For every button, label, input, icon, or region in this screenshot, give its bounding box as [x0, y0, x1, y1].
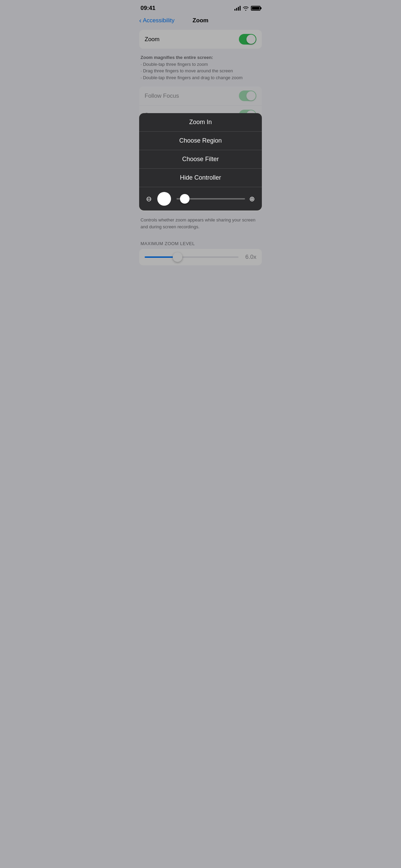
follow-focus-label: Follow Focus: [145, 93, 179, 99]
back-chevron-icon: ‹: [139, 16, 142, 24]
zoom-in-icon: ⊕: [249, 195, 255, 203]
toggle-thumb: [246, 35, 256, 44]
zoom-toggle-card: Zoom: [139, 30, 262, 49]
signal-bars-icon: [234, 6, 241, 11]
mirroring-description: Controls whether zoom appears while shar…: [134, 214, 267, 236]
context-menu-zoom-in[interactable]: Zoom In: [139, 113, 262, 131]
battery-icon: [251, 6, 260, 11]
zoom-track-thumb[interactable]: [180, 194, 190, 204]
zoom-description-list: Double-tap three fingers to zoom Drag th…: [141, 61, 260, 81]
status-bar: 09:41: [134, 0, 267, 14]
wifi-icon: [243, 6, 249, 11]
back-button[interactable]: ‹ Accessibility: [139, 16, 174, 24]
status-time: 09:41: [141, 5, 155, 12]
follow-focus-toggle[interactable]: [239, 91, 256, 101]
context-menu-hide-controller[interactable]: Hide Controller: [139, 168, 262, 187]
zoom-toggle[interactable]: [239, 34, 256, 45]
follow-focus-row: Follow Focus: [139, 86, 262, 105]
zoom-label: Zoom: [145, 36, 159, 43]
zoom-desc-item-2: Drag three fingers to move around the sc…: [141, 68, 260, 74]
context-menu-choose-filter[interactable]: Choose Filter: [139, 150, 262, 168]
page-title: Zoom: [193, 17, 208, 24]
zoom-out-icon: ⊖: [146, 195, 152, 203]
zoom-description-heading: Zoom magnifies the entire screen:: [141, 55, 213, 60]
zoom-row: Zoom: [139, 30, 262, 49]
max-zoom-label: MAXIMUM ZOOM LEVEL: [134, 236, 267, 249]
zoom-level-slider-thumb[interactable]: [173, 252, 182, 262]
toggle-thumb: [246, 91, 256, 100]
mirroring-description-text: Controls whether zoom appears while shar…: [141, 217, 255, 229]
zoom-level-slider-container: 6.0x: [139, 249, 262, 265]
zoom-level-value: 6.0x: [243, 254, 256, 261]
zoom-desc-item-3: Double-tap three fingers and drag to cha…: [141, 74, 260, 81]
status-icons: [234, 6, 260, 11]
zoom-toggle-section: Zoom: [139, 30, 262, 49]
context-menu: Zoom In Choose Region Choose Filter Hide…: [139, 113, 262, 210]
zoom-level-slider-track: [145, 256, 239, 258]
nav-header: ‹ Accessibility Zoom: [134, 14, 267, 30]
context-menu-choose-region[interactable]: Choose Region: [139, 131, 262, 150]
zoom-circle-control[interactable]: [157, 192, 171, 206]
context-menu-zoom-slider-row: ⊖ ⊕: [139, 187, 262, 210]
zoom-track: [177, 198, 245, 200]
zoom-description: Zoom magnifies the entire screen: Double…: [134, 51, 267, 86]
zoom-desc-item-1: Double-tap three fingers to zoom: [141, 61, 260, 68]
back-label: Accessibility: [143, 17, 175, 24]
